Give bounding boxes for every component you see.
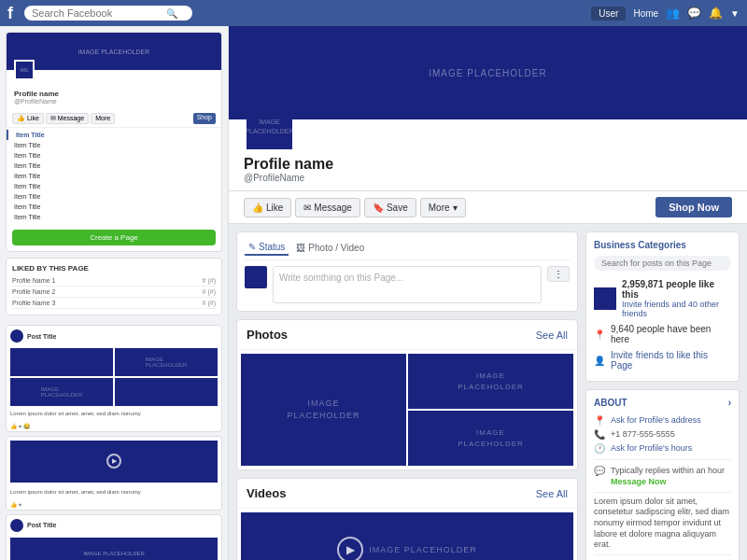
about-address-row: 📍 Ask for Profile's address [594,413,731,427]
preview-nav-list: Item Title Item Title Item Title Item Ti… [7,128,221,224]
about-title: ABOUT › [594,398,731,408]
liked-pages-title: LIKED BY THIS PAGE [12,264,216,273]
chat-bubble-icon: 💬 [594,466,605,476]
home-link[interactable]: Home [633,8,658,19]
stat-invite[interactable]: Invite friends to like this Page [611,350,731,371]
like-button[interactable]: 👍 Like [244,198,291,217]
about-expand-icon[interactable]: › [728,398,731,408]
about-hours-link[interactable]: Ask for Profile's hours [611,443,692,453]
liked-page-name-2: Profile Name 3 [12,300,55,306]
nav-icons: 👥 💬 🔔 [666,7,723,20]
left-post-avatar-3 [10,519,23,532]
preview-nav-item-3[interactable]: Item Title [7,161,221,171]
business-categories-title: Business Categories [594,240,731,250]
stat-been-here: 9,640 people have been here [611,324,731,344]
video-play-icon-2[interactable]: ▶ [106,454,121,469]
left-posts: Post Title IMAGEPLACEHOLDER IMAGEPLACEHO… [0,321,228,560]
content-area: ✎ Status 🖼 Photo / Video Write somthing … [229,224,747,560]
friends-icon[interactable]: 👥 [666,7,680,20]
right-sidebar: Business Categories 2,959,871 people lik… [585,231,740,560]
search-input[interactable] [32,7,162,19]
preview-nav-item-1[interactable]: Item Title [7,140,221,150]
video-play-button[interactable]: ▶ [337,537,363,560]
about-reply-row: 💬 Typically replies within an hour Messa… [594,464,731,488]
message-now-link[interactable]: Message Now [611,477,667,486]
preview-shop-btn[interactable]: Shop [193,113,216,124]
photos-title: Photos [247,328,288,342]
more-button[interactable]: More ▾ [420,198,466,217]
stat-row-been-here: 📍 9,640 people have been here [594,321,731,347]
preview-profile-name: Profile name [14,90,214,98]
video-placeholder: ▶ IMAGE PLACEHOLDER [241,512,573,560]
photo-left: IMAGEPLACEHOLDER [241,354,406,466]
preview-profile-sub: @ProfileName [14,98,214,105]
message-button[interactable]: ✉ Message [295,198,360,217]
composer-tabs: ✎ Status 🖼 Photo / Video [245,240,570,260]
preview-nav-item-4[interactable]: Item Title [7,171,221,181]
message-icon: ✉ [303,203,311,213]
notifications-icon[interactable]: 🔔 [709,7,723,20]
preview-more-btn[interactable]: More [91,113,115,124]
liked-page-row-2: Profile Name 3 # (#) [12,298,216,309]
chat-icon[interactable]: 💬 [687,7,701,20]
left-post-reactions-2: 👍 ♥ [7,499,221,510]
stat-people-like-sub[interactable]: Invite friends and 40 other friends [622,300,731,318]
preview-like-btn[interactable]: 👍 Like [12,113,44,124]
liked-page-name-0: Profile Name 1 [12,277,55,284]
about-reply-text: Typically replies within an hour [611,466,725,477]
more-chevron-icon: ▾ [453,203,458,213]
photo-bottom-right: IMAGEPLACEHOLDER [408,411,573,466]
liked-page-name-1: Profile Name 2 [12,288,55,295]
liked-page-count-2: # (#) [203,300,216,306]
top-navigation: f 🔍 User Home 👥 💬 🔔 ▼ [0,0,747,26]
left-post-reactions-1: 👍 ♥ 😂 [7,421,221,431]
facebook-logo-icon: f [7,4,13,23]
photos-section-header: Photos See All [237,320,577,350]
preview-nav-item-0[interactable]: Item Title [7,130,221,140]
cover-photo: IMAGE PLACEHOLDER [229,26,747,119]
search-bar[interactable]: 🔍 [24,6,192,21]
save-icon: 🔖 [373,203,384,213]
preview-nav-item-7[interactable]: Item Title [7,202,221,212]
location-icon: 📍 [594,329,605,340]
status-icon: ✎ [248,242,256,252]
videos-see-all-link[interactable]: See All [536,488,568,499]
search-icon[interactable]: 🔍 [166,8,177,19]
business-search-box[interactable] [594,256,731,271]
center-content: IMAGE PLACEHOLDER IMAGEPLACEHOLDER Profi… [229,26,747,560]
user-menu[interactable]: User [591,7,626,21]
business-categories-card: Business Categories 2,959,871 people lik… [585,231,740,382]
left-post-card-2: ▶ Lorem ipsum dolor sit amet, amet, sed … [6,436,222,511]
shop-now-button[interactable]: Shop Now [655,197,732,217]
profile-name-main: Profile name [244,156,732,173]
liked-page-row-0: Profile Name 1 # (#) [12,275,216,287]
left-post-card-3: Post Title IMAGE PLACEHOLDER Lorem ipsum… [6,514,222,560]
nav-dropdown-arrow-icon[interactable]: ▼ [730,8,740,19]
preview-nav-item-8[interactable]: Item Title [7,212,221,222]
composer-tab-status[interactable]: ✎ Status [245,240,289,256]
composer-text-input[interactable]: Write somthing on this Page... [273,266,542,303]
preview-nav-item-6[interactable]: Item Title [7,191,221,202]
business-search-input[interactable] [601,259,724,268]
photos-see-all-link[interactable]: See All [536,329,568,341]
main-wrapper: IMAGE PLACEHOLDER IMG Profile name @Prof… [0,26,747,560]
liked-page-row-1: Profile Name 2 # (#) [12,287,216,298]
create-page-button[interactable]: Create a Page [12,230,216,245]
about-address-link[interactable]: Ask for Profile's address [611,415,701,425]
liked-page-count-1: # (#) [203,288,216,295]
preview-avatar: IMG [14,60,35,80]
clock-icon: 🕐 [594,443,605,454]
action-row: 👍 Like ✉ Message 🔖 Save More ▾ Shop Now [229,191,747,224]
left-sidebar: IMAGE PLACEHOLDER IMG Profile name @Prof… [0,26,229,560]
stat-people-like-count: 2,959,871 people like this [622,279,731,300]
left-post-avatar-1 [10,329,23,343]
left-post-img-3: IMAGE PLACEHOLDER [10,538,218,560]
preview-message-btn[interactable]: ✉ Message [46,113,89,124]
save-button[interactable]: 🔖 Save [364,198,416,217]
composer-tab-photo[interactable]: 🖼 Photo / Video [292,240,368,256]
composer-options-button[interactable]: ⋮ [547,266,570,282]
left-post-text-1: Lorem ipsum dolor sit amet, amet, sed di… [7,408,221,421]
preview-nav-item-2[interactable]: Item Title [7,150,221,161]
profile-handle: @ProfileName [244,173,732,183]
preview-nav-item-5[interactable]: Item Title [7,181,221,191]
